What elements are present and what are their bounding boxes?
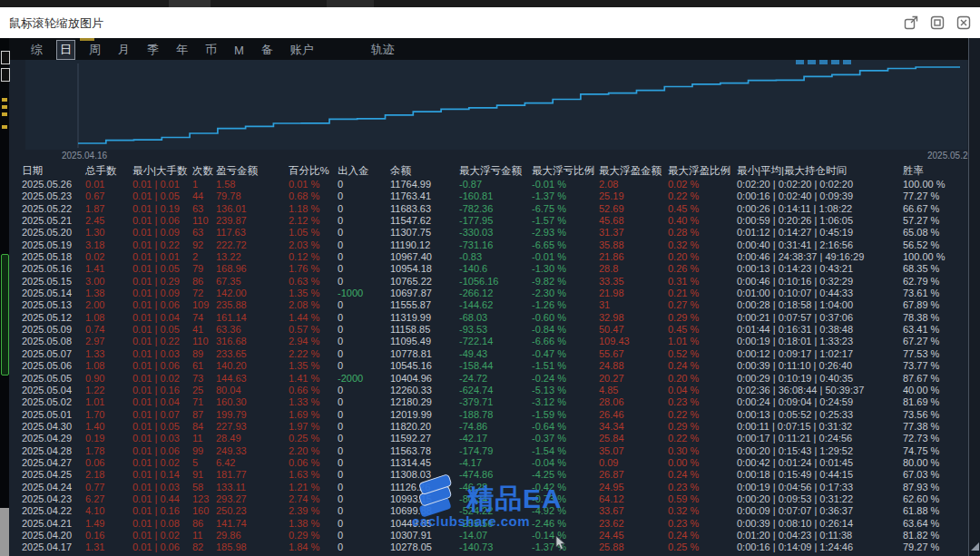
table-cell: -24.72 [459,373,532,385]
table-row[interactable]: 2025.05.201.300.01 | 0.0963117.631.05 %0… [9,227,967,239]
table-cell: 0 [338,179,390,190]
toolbar-tab-轨迹[interactable]: 轨迹 [368,40,398,60]
toolbar-tab-币[interactable]: 币 [201,40,220,60]
table-cell: 0:02:20 | 0:02:20 | 0:02:20 [737,179,903,190]
table-row[interactable]: 2025.05.260.010.01 | 0.0111.580.01 %0117… [9,179,967,190]
toolbar-tab-周[interactable]: 周 [85,40,104,60]
table-row[interactable]: 2025.05.141.380.01 | 0.0972142.001.35 %-… [9,288,967,299]
table-row[interactable]: 2025.05.082.970.01 | 0.22110316.682.94 %… [9,336,967,347]
table-cell: 0:01:00 | 0:10:07 | 0:44:33 [737,288,903,299]
table-cell: -0.42 % [532,482,599,493]
table-row[interactable]: 2025.04.290.190.01 | 0.031128.490.25 %01… [9,433,967,444]
equity-chart[interactable] [25,60,967,150]
table-row[interactable]: 2025.04.301.400.01 | 0.0584227.931.97 %0… [9,421,967,433]
table-row[interactable]: 2025.04.252.180.01 | 0.1491181.771.63 %0… [9,469,967,481]
table-cell: 2025.04.30 [22,421,85,433]
close-icon[interactable] [956,15,972,31]
table-row[interactable]: 2025.05.021.010.01 | 0.0471160.301.33 %0… [9,396,967,408]
table-cell: 64.12 [599,493,668,505]
table-cell: 0 [338,421,390,433]
toolbar-tab-备[interactable]: 备 [258,40,277,60]
toolbar-tab-综[interactable]: 综 [27,40,46,60]
left-edge-button[interactable] [1,51,10,64]
table-row[interactable]: 2025.05.011.700.01 | 0.0787199.791.69 %0… [9,409,967,421]
toolbar-tab-月[interactable]: 月 [114,40,133,60]
table-row[interactable]: 2025.05.161.410.01 | 0.0579168.961.76 %0… [9,263,967,275]
left-edge-button[interactable] [1,68,10,82]
table-row[interactable]: 2025.05.221.870.01 | 0.1963136.011.18 %0… [9,203,967,215]
table-row[interactable]: 2025.04.171.310.01 | 0.0682185.981.84 %0… [9,541,967,553]
table-cell: -1.26 % [532,299,599,311]
table-cell: 80.04 [216,385,289,396]
table-cell: 11 [192,433,216,444]
table-cell: -140.6 [459,263,532,275]
table-row[interactable]: 2025.05.132.000.01 | 0.06109235.882.08 %… [9,299,967,311]
table-row[interactable]: 2025.05.071.330.01 | 0.0389233.652.22 %0… [9,348,967,360]
table-row[interactable]: 2025.05.230.670.01 | 0.054479.780.68 %01… [9,190,967,202]
table-cell: 1.41 % [289,373,338,385]
table-row[interactable]: 2025.04.270.060.01 | 0.0256.420.06 %0113… [9,457,967,469]
table-cell: 0:00:26 | 0:14:11 | 1:08:22 [737,203,903,215]
table-cell: 0:00:17 | 0:11:21 | 0:24:56 [737,433,903,444]
table-row[interactable]: 2025.04.236.270.01 | 0.44123293.272.74 %… [9,493,967,505]
toolbar-tab-季[interactable]: 季 [143,40,162,60]
left-edge-label-fragment [2,125,7,129]
table-cell: 0.01 | 0.06 [132,299,192,311]
table-row[interactable]: 2025.05.050.900.01 | 0.0273144.631.41 %-… [9,373,967,385]
table-cell: 1.87 [85,203,132,215]
table-cell: 293.27 [216,493,289,505]
table-cell: 26.46 [599,409,668,421]
table-row[interactable]: 2025.04.200.160.01 | 0.021129.860.29 %01… [9,530,967,541]
open-external-icon[interactable] [903,15,919,31]
table-cell: 0.02 [85,251,132,263]
table-cell: 28.06 [599,396,668,408]
table-row[interactable]: 2025.05.153.000.01 | 0.298667.350.63 %01… [9,276,967,288]
table-cell: 0.01 | 0.03 [132,348,192,360]
table-cell: 2025.04.25 [22,469,85,481]
toolbar-tab-M[interactable]: M [230,42,248,59]
table-cell: 1.76 % [289,263,338,275]
table-cell: 24.95 [599,482,668,493]
table-cell: 63.64 % [903,518,971,530]
table-cell: 2.00 [85,299,132,311]
table-row[interactable]: 2025.04.224.100.01 | 0.16160250.232.39 %… [9,505,967,517]
table-cell: 0.12 % [289,251,338,263]
column-header: 出入金 [338,163,390,179]
table-cell: 0 [338,190,390,202]
table-cell: 1.40 [85,421,132,433]
table-cell: -731.16 [459,239,532,251]
table-cell: 10449.65 [390,518,459,530]
table-cell: 11095.49 [390,336,459,347]
table-row[interactable]: 2025.05.180.020.01 | 0.01213.220.12 %010… [9,251,967,263]
table-row[interactable]: 2025.04.281.780.01 | 0.0699249.332.20 %0… [9,445,967,457]
table-cell: 1.78 [85,445,132,457]
table-row[interactable]: 2025.04.240.770.01 | 0.0358133.111.21 %0… [9,482,967,493]
table-cell: 1.31 [85,541,132,553]
table-cell: -2.46 % [532,518,599,530]
table-row[interactable]: 2025.04.211.490.01 | 0.0886141.741.38 %0… [9,518,967,530]
table-row[interactable]: 2025.05.121.080.01 | 0.0474161.141.44 %0… [9,312,967,324]
table-cell: -0.73 % [532,493,599,505]
table-cell: 0:00:20 | 0:09:53 | 0:31:22 [737,493,903,505]
table-cell: 11763.41 [390,190,459,202]
table-cell: 2025.04.23 [22,493,85,505]
table-cell: 1.05 % [289,227,338,239]
table-cell: 0.01 | 0.06 [132,445,192,457]
resize-grip[interactable] [971,542,979,551]
table-cell: -188.78 [459,409,532,421]
table-cell: 0.01 | 0.22 [132,239,192,251]
chart-start-date: 2025.04.16 [62,151,107,161]
toolbar-tab-日[interactable]: 日 [56,40,75,60]
table-cell: 1.58 [216,179,289,190]
toolbar-tab-账户[interactable]: 账户 [287,40,318,60]
table-row[interactable]: 2025.05.090.740.01 | 0.054163.360.57 %01… [9,324,967,336]
toolbar-tab-年[interactable]: 年 [172,40,191,60]
table-row[interactable]: 2025.05.193.180.01 | 0.2292222.722.03 %0… [9,239,967,251]
table-row[interactable]: 2025.05.212.450.01 | 0.06110239.872.12 %… [9,215,967,227]
maximize-icon[interactable] [929,15,946,31]
table-row[interactable]: 2025.05.041.220.01 | 0.162580.040.66 %01… [9,385,967,396]
table-cell: -6.66 % [532,336,599,347]
table-cell: 0 [338,396,390,408]
table-row[interactable]: 2025.05.061.080.01 | 0.0661140.201.35 %0… [9,360,967,372]
table-cell: 2025.05.20 [22,227,85,239]
